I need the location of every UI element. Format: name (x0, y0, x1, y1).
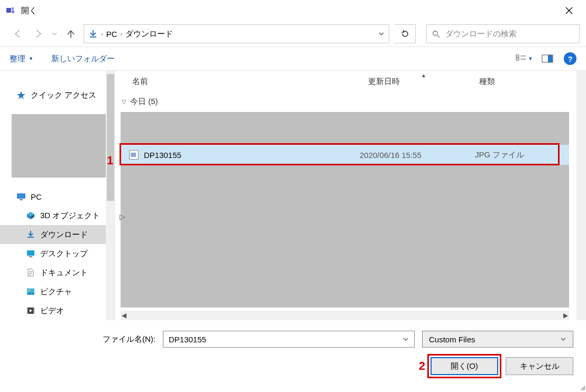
svg-rect-18 (33, 307, 34, 314)
document-icon (25, 268, 36, 277)
new-folder-button[interactable]: 新しいフォルダー (51, 54, 115, 64)
svg-rect-2 (12, 10, 14, 13)
horizontal-scrollbar[interactable]: ◀ ▶ (121, 311, 569, 320)
sidebar-item-downloads[interactable]: ダウンロード (0, 225, 115, 244)
sidebar-item-label: PC (31, 192, 42, 201)
column-date-label: 更新日時 (368, 77, 400, 87)
downloads-icon (88, 29, 98, 39)
forward-button[interactable] (31, 26, 45, 41)
svg-rect-6 (516, 58, 519, 60)
sidebar-item-documents[interactable]: ドキュメント (0, 263, 115, 282)
scroll-right-icon[interactable]: ▶ (563, 312, 568, 319)
sidebar-quick-access[interactable]: クイック アクセス (0, 86, 115, 105)
vertical-scrollbar[interactable] (576, 71, 586, 320)
close-button[interactable] (557, 0, 581, 21)
svg-rect-11 (28, 237, 34, 238)
filename-input[interactable]: DP130155 (163, 331, 415, 348)
chevron-right-icon: › (121, 31, 123, 37)
search-input[interactable]: ダウンロードの検索 (426, 24, 580, 43)
column-headers: 名前 ▲ 更新日時 種類 (115, 71, 576, 92)
sidebar-pc[interactable]: PC (0, 187, 115, 206)
title-bar: 開く (0, 0, 586, 21)
chevron-down-icon: ▽ (122, 98, 126, 105)
chevron-right-icon[interactable]: ▷ (120, 212, 125, 221)
caret-down-icon: ▼ (29, 56, 33, 61)
help-button[interactable]: ? (564, 52, 576, 65)
toolbar: 整理 ▼ 新しいフォルダー ▼ ? (0, 46, 586, 71)
sidebar-item-desktop[interactable]: デスクトップ (0, 244, 115, 263)
videos-icon (25, 306, 36, 315)
chevron-down-icon[interactable] (560, 336, 566, 342)
group-label: 今日 (5) (130, 97, 158, 107)
sidebar-item-label: ビデオ (40, 306, 64, 316)
svg-rect-13 (29, 256, 32, 257)
scroll-left-icon[interactable]: ◀ (122, 312, 126, 319)
svg-rect-3 (90, 36, 96, 38)
cancel-button[interactable]: キャンセル (506, 357, 573, 375)
svg-rect-12 (27, 250, 34, 256)
chevron-right-icon: › (101, 31, 103, 37)
window-title: 開く (21, 6, 37, 16)
filetype-select[interactable]: Custom Files (422, 331, 573, 348)
image-file-icon (129, 150, 139, 160)
address-bar[interactable]: › PC › ダウンロード (84, 24, 389, 43)
group-header-today[interactable]: ▽ 今日 (5) (115, 92, 576, 111)
svg-rect-10 (20, 199, 23, 200)
filename-label: ファイル名(N): (13, 334, 155, 344)
star-icon (16, 90, 26, 100)
recent-dropdown[interactable] (51, 26, 58, 41)
chevron-down-icon[interactable] (402, 336, 409, 342)
filename-value: DP130155 (169, 335, 206, 344)
organize-label: 整理 (10, 54, 25, 64)
sidebar-item-3d[interactable]: 3D オブジェクト (0, 206, 115, 225)
svg-point-1 (12, 7, 14, 10)
up-button[interactable] (63, 26, 78, 41)
svg-rect-8 (548, 55, 553, 62)
sidebar-item-label: デスクトップ (40, 249, 88, 259)
file-list-area: 名前 ▲ 更新日時 種類 ▽ 今日 (5) DP130155 2020/06/1… (115, 71, 576, 320)
file-name: DP130155 (144, 151, 181, 160)
svg-rect-0 (6, 8, 11, 13)
filetype-value: Custom Files (429, 335, 475, 344)
file-date: 2020/06/16 15:55 (360, 151, 475, 160)
svg-rect-17 (27, 307, 28, 314)
search-placeholder: ダウンロードの検索 (445, 29, 517, 39)
open-button[interactable]: 開く(O) (431, 357, 498, 375)
sidebar: クイック アクセス PC 3D オブジェクト ダウンロード デスクトップ (0, 71, 115, 320)
svg-rect-9 (17, 193, 25, 199)
annotation-1: 1 (107, 154, 113, 167)
sidebar-scrollbar[interactable] (106, 71, 115, 320)
svg-point-4 (433, 31, 437, 35)
pictures-icon (25, 287, 36, 296)
sidebar-item-label: ダウンロード (40, 230, 88, 240)
file-row[interactable]: DP130155 2020/06/16 15:55 JPG ファイル (121, 145, 569, 165)
preview-pane-button[interactable] (538, 52, 556, 66)
refresh-button[interactable] (395, 24, 416, 43)
sidebar-item-pictures[interactable]: ピクチャ (0, 282, 115, 301)
column-date[interactable]: ▲ 更新日時 (368, 77, 479, 87)
desktop-icon (25, 249, 36, 258)
address-dropdown[interactable] (378, 31, 384, 37)
view-mode-button[interactable]: ▼ (515, 52, 533, 66)
sidebar-item-videos[interactable]: ビデオ (0, 301, 115, 320)
svg-rect-5 (516, 55, 519, 57)
sidebar-item-label: ドキュメント (40, 268, 88, 278)
sidebar-item-label: ピクチャ (40, 287, 72, 297)
back-button[interactable] (11, 26, 25, 41)
footer: ファイル名(N): DP130155 Custom Files 2 開く(O) … (0, 320, 586, 375)
column-name[interactable]: 名前 (125, 77, 368, 87)
pc-icon (16, 192, 26, 201)
sidebar-item-label: クイック アクセス (31, 90, 96, 100)
breadcrumb-current[interactable]: ダウンロード (125, 29, 173, 39)
teams-icon (5, 5, 16, 16)
sidebar-item-label: 3D オブジェクト (40, 211, 100, 221)
cube-icon (25, 211, 36, 220)
resize-grip-icon[interactable]: ◢ (578, 384, 585, 391)
sidebar-preview-placeholder (12, 114, 111, 178)
file-type: JPG ファイル (475, 150, 569, 160)
column-type[interactable]: 種類 (479, 77, 567, 87)
organize-button[interactable]: 整理 ▼ (10, 54, 33, 64)
annotation-2: 2 (419, 359, 425, 373)
breadcrumb-root[interactable]: PC (106, 30, 117, 39)
scrollbar-thumb[interactable] (107, 74, 114, 201)
